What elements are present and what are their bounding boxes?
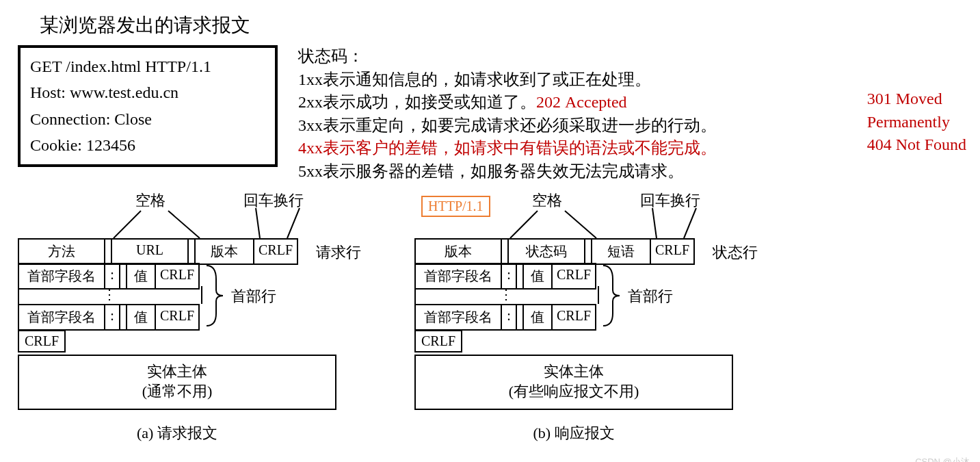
cell-colon: :: [104, 304, 120, 331]
svg-line-3: [287, 208, 300, 238]
label-reqline: 请求行: [316, 242, 361, 263]
cell-hname: 首部字段名: [414, 304, 502, 331]
cell-hname: 首部字段名: [18, 304, 105, 331]
cell-crlf-empty: CRLF: [18, 330, 66, 352]
caption-b: (b) 响应报文: [414, 423, 733, 444]
header-ellipsis: ⋮: [414, 286, 599, 304]
cell-value: 值: [126, 304, 156, 331]
body-a: 实体主体 (通常不用): [18, 355, 336, 410]
status-codes: 状态码： 1xx表示通知信息的，如请求收到了或正在处理。 2xx表示成功，如接受…: [298, 45, 717, 183]
label-statusline: 状态行: [713, 242, 758, 263]
watermark: CSDN @小沐_: [915, 456, 975, 462]
codes-3xx: 3xx表示重定向，如要完成请求还必须采取进一步的行动。: [298, 114, 717, 138]
svg-line-5: [565, 211, 596, 238]
codes-1xx: 1xx表示通知信息的，如请求收到了或正在处理。: [298, 68, 717, 92]
cell-status: 状态码: [507, 238, 585, 265]
request-line-2: Host: www.test.edu.cn: [30, 79, 265, 105]
svg-line-6: [652, 208, 657, 238]
cell-crlf: CRLF: [650, 238, 695, 265]
cell-crlf-empty: CRLF: [414, 330, 462, 352]
label-headers: 首部行: [231, 286, 276, 307]
svg-line-4: [510, 211, 538, 238]
cell-url: URL: [111, 238, 189, 265]
codes-5xx: 5xx表示服务器的差错，如服务器失效无法完成请求。: [298, 160, 717, 183]
cell-phrase: 短语: [591, 238, 651, 265]
http-version-box: HTTP/1.1: [421, 196, 490, 217]
side-examples: 301 Moved Permanently 404 Not Found: [867, 88, 966, 157]
request-line-3: Connection: Close: [30, 106, 265, 132]
codes-2xx: 2xx表示成功，如接受或知道了。202 Accepted: [298, 91, 717, 114]
diagram-pair: 空格 回车换行 方法 URL 版本 CRLF 请求行 首部字段名 : 值 CRL…: [18, 190, 972, 462]
cell-method: 方法: [18, 238, 105, 265]
codes-4xx: 4xx表示客户的差错，如请求中有错误的语法或不能完成。: [298, 137, 717, 160]
cell-crlf: CRLF: [155, 304, 200, 331]
label-crlf-word: 回车换行: [243, 190, 304, 211]
caption-a: (a) 请求报文: [18, 423, 336, 444]
codes-heading: 状态码：: [298, 45, 717, 68]
header-ellipsis: ⋮: [18, 286, 202, 304]
http-request-box: GET /index.html HTTP/1.1 Host: www.test.…: [18, 45, 278, 167]
request-diagram: 空格 回车换行 方法 URL 版本 CRLF 请求行 首部字段名 : 值 CRL…: [18, 190, 373, 462]
svg-line-2: [256, 208, 260, 238]
response-diagram: HTTP/1.1 空格 回车换行 版本 状态码 短语 CRLF 状态行 首部字段…: [414, 190, 770, 462]
label-crlf-word: 回车换行: [640, 190, 700, 211]
cell-colon: :: [501, 304, 517, 331]
svg-line-0: [114, 211, 141, 238]
svg-line-7: [684, 208, 696, 238]
svg-line-1: [168, 211, 200, 238]
request-line-4: Cookie: 123456: [30, 132, 265, 158]
cell-value: 值: [522, 304, 553, 331]
label-headers: 首部行: [628, 286, 673, 307]
label-space: 空格: [532, 190, 562, 211]
label-space: 空格: [135, 190, 165, 211]
page-title: 某浏览器发出的请求报文: [40, 12, 972, 38]
body-b: 实体主体 (有些响应报文不用): [414, 355, 733, 410]
cell-crlf: CRLF: [253, 238, 298, 265]
request-line-1: GET /index.html HTTP/1.1: [30, 53, 265, 79]
cell-crlf: CRLF: [551, 304, 596, 331]
cell-version: 版本: [194, 238, 254, 265]
top-row: GET /index.html HTTP/1.1 Host: www.test.…: [8, 45, 972, 183]
cell-version: 版本: [414, 238, 502, 265]
